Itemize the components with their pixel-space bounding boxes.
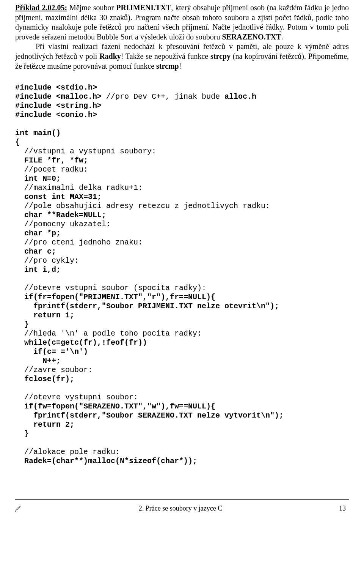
- code-line: #include <malloc.h>: [15, 92, 106, 101]
- code-line: fprintf(stderr,"Soubor SERAZENO.TXT nelz…: [15, 411, 284, 420]
- code-line: if(fr=fopen("PRIJMENI.TXT","r"),fr==NULL…: [15, 293, 215, 301]
- code-line: fclose(fr);: [15, 375, 74, 383]
- p2-mid: ! Takže se nepoužívá funkce: [121, 52, 210, 60]
- code-line: int main(): [15, 129, 61, 137]
- code-comment: //pole obsahujici adresy retezcu z jedno…: [15, 202, 270, 210]
- code-line: if(c= ='\n'): [15, 347, 88, 356]
- code-line: #include <stdio.h>: [15, 83, 97, 92]
- code-line: FILE *fr, *fw;: [15, 156, 88, 165]
- radky: Radky: [99, 52, 121, 60]
- code-line: alloc.h: [224, 92, 256, 101]
- p1-pre: Mějme soubor: [67, 3, 116, 12]
- footer-page-number: 13: [339, 504, 346, 513]
- code-line: const int MAX=31;: [15, 192, 102, 201]
- code-comment: //otevre vystupni soubor:: [15, 393, 138, 402]
- code-line: }: [15, 429, 29, 438]
- code-line: return 2;: [15, 420, 74, 429]
- code-line: while(c=getc(fr),!feof(fr)): [15, 338, 147, 347]
- feather-icon: [14, 505, 22, 512]
- code-block: #include <stdio.h> #include <malloc.h> /…: [15, 74, 349, 475]
- code-comment: //pomocny ukazatel:: [15, 220, 111, 229]
- p1-end: .: [281, 33, 283, 41]
- paragraph-2: Při vlastní realizaci řazení nedochází k…: [15, 42, 349, 71]
- code-line: return 1;: [15, 311, 74, 320]
- code-comment: //pro cykly:: [15, 256, 79, 265]
- code-line: }: [15, 320, 29, 329]
- code-line: int N=0;: [15, 174, 61, 183]
- code-comment: //pocet radku:: [15, 165, 88, 174]
- code-line: char *p;: [15, 229, 61, 238]
- strcmp: strcmp: [156, 62, 179, 70]
- code-line: fprintf(stderr,"Soubor PRIJMENI.TXT nelz…: [15, 302, 279, 311]
- p2-end: !: [179, 62, 182, 70]
- footer-chapter: 2. Práce se soubory v jazyce C: [29, 504, 332, 513]
- code-line: int i,d;: [15, 265, 61, 274]
- file2: SERAZENO.TXT: [222, 33, 281, 41]
- code-comment: //zavre soubor:: [15, 366, 93, 374]
- code-comment: //vstupni a vystupni soubory:: [15, 147, 156, 156]
- code-line: Radek=(char**)malloc(N*sizeof(char*));: [15, 457, 197, 465]
- code-line: #include <string.h>: [15, 101, 102, 110]
- example-label: Příklad 2.02.05:: [15, 3, 67, 12]
- code-line: if(fw=fopen("SERAZENO.TXT","w"),fw==NULL…: [15, 402, 215, 411]
- code-line: N++;: [15, 356, 61, 365]
- code-line: #include <conio.h>: [15, 110, 97, 119]
- file1: PRIJMENI.TXT: [116, 3, 171, 12]
- code-comment: //pro cteni jednoho znaku:: [15, 238, 143, 247]
- footer: 2. Práce se soubory v jazyce C 13: [0, 500, 364, 517]
- code-comment: //hleda '\n' a podle toho pocita radky:: [15, 329, 202, 338]
- code-comment: //maximalni delka radku+1:: [15, 183, 143, 192]
- code-line: char c;: [15, 247, 56, 256]
- strcpy: strcpy: [210, 52, 231, 60]
- code-line: char **Radek=NULL;: [15, 211, 106, 219]
- code-comment: //alokace pole radku:: [15, 448, 120, 456]
- paragraph-1: Příklad 2.02.05: Mějme soubor PRIJMENI.T…: [15, 3, 349, 42]
- code-comment: //otevre vstupni soubor (spocita radky):: [15, 284, 206, 292]
- code-line: {: [15, 138, 20, 147]
- code-comment: //pro Dev C++, jinak bude: [106, 92, 224, 101]
